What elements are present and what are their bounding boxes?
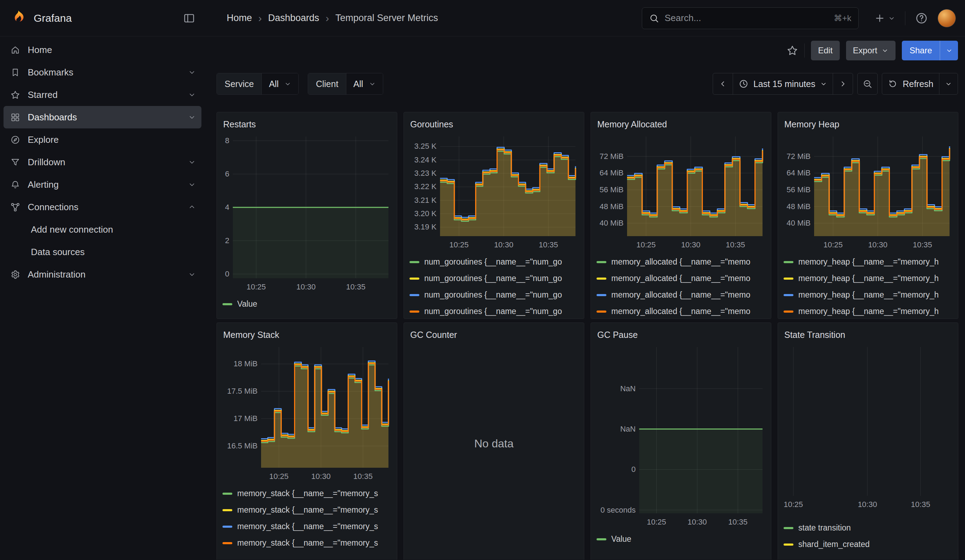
- legend-swatch: [409, 278, 419, 280]
- svg-text:72 MiB: 72 MiB: [600, 152, 623, 161]
- search-input[interactable]: [665, 13, 828, 23]
- breadcrumb-home[interactable]: Home: [227, 13, 252, 23]
- legend-item[interactable]: num_goroutines {__name__="num_go: [409, 287, 578, 303]
- svg-text:10:30: 10:30: [868, 240, 887, 249]
- sidebar-item-home[interactable]: Home: [3, 39, 201, 61]
- refresh-interval-button[interactable]: [939, 73, 958, 95]
- compass-icon: [10, 135, 20, 145]
- legend-item[interactable]: memory_heap {__name__="memory_h: [783, 254, 952, 270]
- legend-item[interactable]: memory_allocated {__name__="memo: [597, 287, 765, 303]
- sidebar-item-add-new-connection[interactable]: Add new connection: [3, 218, 201, 241]
- svg-text:10:30: 10:30: [311, 472, 330, 481]
- panel-title[interactable]: Restarts: [223, 119, 391, 129]
- legend-item[interactable]: memory_heap {__name__="memory_h: [783, 270, 952, 287]
- panels-grid: Restarts 8642010:2510:3010:35 Value Goro…: [205, 112, 965, 560]
- chevron-down-icon[interactable]: [188, 91, 196, 99]
- sidebar-item-label: Bookmarks: [28, 67, 74, 78]
- chevron-down-icon[interactable]: [188, 113, 196, 121]
- sidebar-item-alerting[interactable]: Alerting: [3, 173, 201, 196]
- timeseries-chart[interactable]: 72 MiB64 MiB56 MiB48 MiB40 MiB10:2510:30…: [783, 134, 952, 250]
- panel-memory-allocated: Memory Allocated 72 MiB64 MiB56 MiB48 Mi…: [590, 112, 771, 319]
- share-button[interactable]: Share: [902, 41, 940, 60]
- legend-item[interactable]: memory_heap {__name__="memory_h: [783, 287, 952, 303]
- panel-title[interactable]: Memory Stack: [223, 330, 391, 340]
- legend-item[interactable]: memory_stack {__name__="memory_s: [222, 485, 391, 502]
- legend-item[interactable]: num_goroutines {__name__="num_go: [409, 270, 578, 287]
- search-box[interactable]: ⌘+k: [642, 7, 859, 29]
- chevron-down-icon[interactable]: [188, 271, 196, 278]
- timeseries-chart[interactable]: NaNNaN00 seconds10:2510:3010:35: [597, 345, 765, 527]
- panel-title[interactable]: Memory Allocated: [597, 119, 765, 129]
- legend-label: memory_allocated {__name__="memo: [611, 274, 750, 283]
- svg-text:3.25 K: 3.25 K: [414, 142, 437, 150]
- sidebar-item-dashboards[interactable]: Dashboards: [3, 106, 201, 129]
- svg-text:48 MiB: 48 MiB: [787, 202, 811, 211]
- sidebar-item-label: Data sources: [31, 247, 85, 258]
- chevron-down-icon[interactable]: [188, 158, 196, 166]
- sidebar-item-administration[interactable]: Administration: [3, 263, 201, 286]
- help-icon[interactable]: [915, 12, 928, 24]
- legend-item[interactable]: memory_heap {__name__="memory_h: [783, 303, 952, 319]
- variable-value: All: [353, 79, 363, 89]
- legend-swatch: [409, 310, 419, 313]
- timeseries-chart[interactable]: 8642010:2510:3010:35: [222, 134, 391, 292]
- legend-item[interactable]: memory_stack {__name__="memory_s: [222, 502, 391, 518]
- svg-text:4: 4: [225, 203, 229, 212]
- breadcrumb-dashboards[interactable]: Dashboards: [268, 13, 319, 23]
- svg-text:10:25: 10:25: [246, 282, 266, 291]
- grafana-logo-icon[interactable]: [10, 10, 26, 27]
- panel-title[interactable]: Memory Heap: [784, 119, 952, 129]
- legend-item[interactable]: num_goroutines {__name__="num_go: [409, 303, 578, 319]
- zoom-out-button[interactable]: [857, 73, 878, 95]
- variable-service-select[interactable]: All: [262, 73, 298, 95]
- chevron-up-icon[interactable]: [188, 203, 196, 211]
- favorite-star-icon[interactable]: [787, 45, 798, 56]
- time-shift-back-button[interactable]: [713, 73, 733, 95]
- sidebar-item-connections[interactable]: Connections: [3, 196, 201, 218]
- legend-item[interactable]: memory_allocated {__name__="memo: [597, 303, 765, 319]
- chevron-down-icon[interactable]: [188, 69, 196, 76]
- legend-swatch: [409, 261, 419, 263]
- legend-label: memory_stack {__name__="memory_s: [237, 538, 378, 548]
- avatar[interactable]: [938, 9, 956, 28]
- legend-item[interactable]: memory_stack {__name__="memory_s: [222, 535, 391, 551]
- export-button[interactable]: Export: [846, 41, 896, 60]
- legend-item[interactable]: state transition: [783, 520, 952, 536]
- svg-text:0: 0: [631, 465, 636, 474]
- sidebar-item-label: Starred: [28, 90, 57, 100]
- add-menu-button[interactable]: [874, 13, 895, 24]
- sidebar-item-explore[interactable]: Explore: [3, 129, 201, 151]
- refresh-button[interactable]: Refresh: [882, 73, 939, 95]
- svg-text:10:25: 10:25: [269, 472, 288, 481]
- legend-item[interactable]: memory_allocated {__name__="memo: [597, 270, 765, 287]
- sidebar-item-label: Connections: [28, 202, 79, 213]
- legend-item[interactable]: shard_item_created: [783, 536, 952, 553]
- legend-item[interactable]: memory_allocated {__name__="memo: [597, 254, 765, 270]
- time-range-picker[interactable]: Last 15 minutes: [733, 73, 833, 95]
- sidebar-item-data-sources[interactable]: Data sources: [3, 241, 201, 263]
- search-shortcut: ⌘+k: [834, 13, 851, 23]
- panel-title[interactable]: Goroutines: [410, 119, 578, 129]
- share-menu-button[interactable]: [940, 41, 958, 60]
- sidebar-item-bookmarks[interactable]: Bookmarks: [3, 61, 201, 83]
- timeseries-chart[interactable]: 10:2510:3010:35: [783, 345, 952, 510]
- timeseries-chart[interactable]: 3.25 K3.24 K3.23 K3.22 K3.21 K3.20 K3.19…: [409, 134, 578, 250]
- brand-title: Grafana: [34, 12, 72, 24]
- timeseries-chart[interactable]: 18 MiB17.5 MiB17 MiB16.5 MiB10:2510:3010…: [222, 345, 391, 482]
- panel-title[interactable]: GC Counter: [410, 330, 578, 340]
- legend-item[interactable]: num_goroutines {__name__="num_go: [409, 254, 578, 270]
- legend-item[interactable]: Value: [597, 531, 765, 547]
- legend-item[interactable]: memory_stack {__name__="memory_s: [222, 518, 391, 535]
- variable-client-select[interactable]: All: [346, 73, 383, 95]
- chevron-down-icon[interactable]: [188, 181, 196, 188]
- time-shift-forward-button[interactable]: [833, 73, 853, 95]
- panel-title[interactable]: GC Pause: [597, 330, 765, 340]
- sidebar-item-drilldown[interactable]: Drilldown: [3, 151, 201, 173]
- export-label: Export: [853, 46, 877, 56]
- timeseries-chart[interactable]: 72 MiB64 MiB56 MiB48 MiB40 MiB10:2510:30…: [597, 134, 765, 250]
- legend-item[interactable]: Value: [222, 296, 391, 312]
- edit-button[interactable]: Edit: [811, 41, 839, 60]
- panel-title[interactable]: State Transition: [784, 330, 952, 340]
- sidebar-item-starred[interactable]: Starred: [3, 83, 201, 106]
- sidebar-toggle-icon[interactable]: [183, 12, 195, 24]
